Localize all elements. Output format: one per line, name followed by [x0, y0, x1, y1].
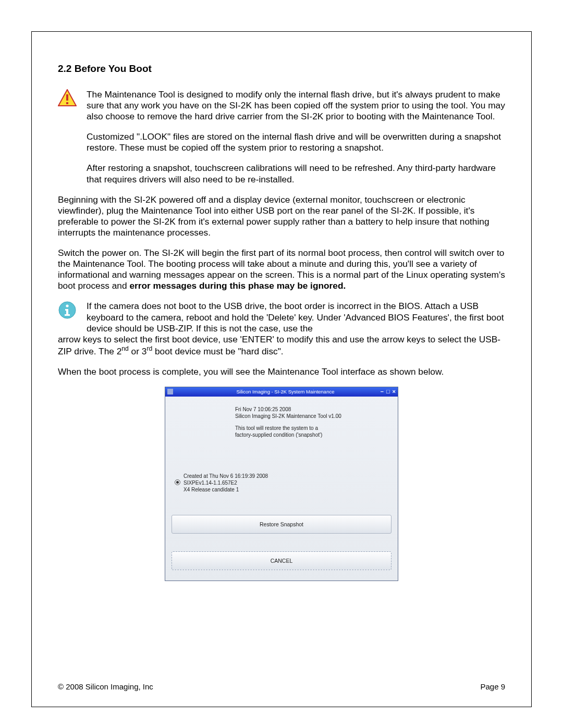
warning-block: The Maintenance Tool is designed to modi… [58, 89, 505, 194]
window-controls: – □ × [381, 388, 396, 394]
snap-line3: X4 Release candidate 1 [183, 486, 268, 493]
window-minimize-button[interactable]: – [381, 388, 384, 394]
snapshot-option[interactable]: Created at Thu Nov 6 16:19:39 2008 SIXPE… [165, 465, 398, 497]
warning-icon-col [58, 89, 87, 194]
titlebar-title: Silicon Imaging - SI-2K System Maintenan… [237, 389, 335, 394]
titlebar-x-icon [167, 389, 173, 394]
para-info2b: or 3 [129, 346, 147, 356]
footer-page: Page 9 [480, 682, 505, 691]
info-text: If the camera does not boot to the USB d… [87, 301, 505, 334]
para-5: Switch the power on. The SI-2K will begi… [58, 248, 505, 291]
snap-line1: Created at Thu Nov 6 16:19:39 2008 [183, 473, 268, 479]
svg-rect-2 [66, 102, 68, 104]
sup-rd: rd [146, 345, 152, 352]
intro-line4: factory-supplied condition ('snapshot') [235, 431, 395, 438]
svg-point-4 [66, 305, 68, 307]
para-7: When the boot process is complete, you w… [58, 366, 505, 377]
page: 2.2 Before You Boot The Maintenance Tool… [0, 0, 563, 728]
cancel-button[interactable]: CANCEL [172, 551, 391, 570]
para-5b-bold: error messages during this phase may be … [129, 280, 346, 291]
svg-rect-1 [66, 94, 68, 101]
page-border: 2.2 Before You Boot The Maintenance Tool… [31, 31, 532, 707]
para-4: Beginning with the SI-2K powered off and… [58, 194, 505, 238]
restore-snapshot-button[interactable]: Restore Snapshot [172, 515, 391, 534]
snapshot-labels: Created at Thu Nov 6 16:19:39 2008 SIXPE… [183, 473, 268, 493]
screenshot-wrap: Silicon Imaging - SI-2K System Maintenan… [58, 387, 505, 581]
titlebar: Silicon Imaging - SI-2K System Maintenan… [165, 387, 398, 397]
app-window: Silicon Imaging - SI-2K System Maintenan… [165, 387, 398, 581]
window-close-button[interactable]: × [393, 388, 396, 394]
radio-icon[interactable] [175, 479, 180, 485]
para-warn3: After restoring a snapshot, touchscreen … [87, 163, 505, 184]
warning-icon [58, 89, 87, 107]
footer: © 2008 Silicon Imaging, Inc Page 9 [58, 682, 505, 691]
info-icon-col [58, 301, 87, 334]
intro-line1: Fri Nov 7 10:06:25 2008 [235, 406, 395, 413]
intro-panel: Fri Nov 7 10:06:25 2008 Silicon Imaging … [165, 397, 398, 451]
info-icon [58, 301, 87, 319]
info-block: If the camera does not boot to the USB d… [58, 301, 505, 334]
warning-text: The Maintenance Tool is designed to modi… [87, 89, 505, 194]
para-warn1: The Maintenance Tool is designed to modi… [87, 89, 505, 122]
intro-line2: Silicon Imaging SI-2K Maintenance Tool v… [235, 413, 395, 419]
para-warn2: Customized ".LOOK" files are stored on t… [87, 131, 505, 153]
snap-line2: SIXPEv1.14-1.1.657E2 [183, 479, 268, 486]
para-info1: If the camera does not boot to the USB d… [87, 301, 505, 334]
section-title: 2.2 Before You Boot [58, 63, 505, 75]
sup-nd: nd [121, 345, 128, 352]
footer-copyright: © 2008 Silicon Imaging, Inc [58, 682, 153, 691]
para-info2: arrow keys to select the first boot devi… [58, 334, 505, 357]
para-info2c: boot device must be "hard disc". [152, 346, 283, 356]
window-maximize-button[interactable]: □ [386, 388, 390, 394]
intro-line3: This tool will restore the system to a [235, 425, 395, 431]
